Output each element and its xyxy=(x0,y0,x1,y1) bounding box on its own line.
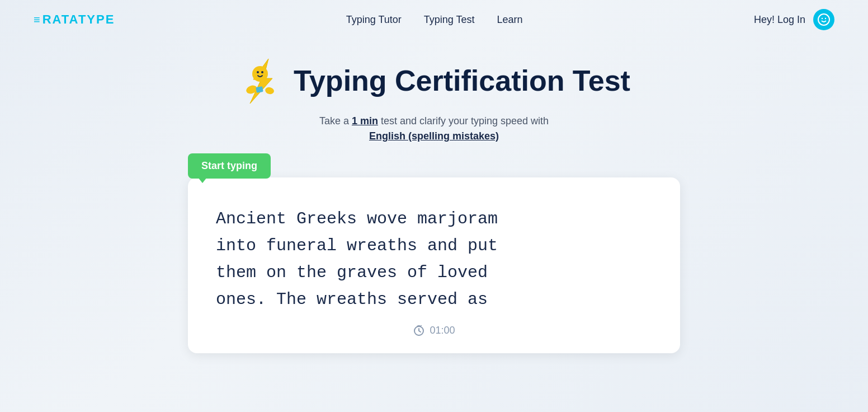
timer-icon xyxy=(413,324,425,336)
svg-rect-9 xyxy=(256,86,263,93)
nav-typing-tutor[interactable]: Typing Tutor xyxy=(346,14,402,26)
timer-area: 01:00 xyxy=(216,324,652,336)
svg-point-2 xyxy=(825,18,826,19)
page-title: Typing Certification Test xyxy=(294,65,630,97)
svg-point-7 xyxy=(257,71,259,73)
svg-point-1 xyxy=(822,18,823,19)
button-container: Start typing xyxy=(188,153,680,177)
main-content: Typing Certification Test Take a 1 min t… xyxy=(0,39,868,353)
nav-learn[interactable]: Learn xyxy=(497,14,523,26)
one-min-link[interactable]: 1 min xyxy=(352,115,378,127)
lightning-mascot xyxy=(238,56,282,106)
subtitle: Take a 1 min test and clarify your typin… xyxy=(319,115,549,127)
site-header: ≡ RATATYPE Typing Tutor Typing Test Lear… xyxy=(0,0,868,39)
typing-text-display: Ancient Greeks wove marjoram into funera… xyxy=(216,205,652,313)
logo-icon: ≡ xyxy=(34,13,39,26)
header-right: Hey! Log In xyxy=(754,9,834,30)
subtitle-suffix: test and clarify your typing speed with xyxy=(378,115,549,127)
login-button[interactable]: Hey! Log In xyxy=(754,14,805,26)
main-nav: Typing Tutor Typing Test Learn xyxy=(346,14,523,26)
timer-display: 01:00 xyxy=(430,325,455,336)
typing-area: Ancient Greeks wove marjoram into funera… xyxy=(188,177,680,353)
title-area: Typing Certification Test xyxy=(238,56,630,106)
svg-point-6 xyxy=(252,66,268,82)
svg-point-0 xyxy=(818,14,829,25)
subtitle-prefix: Take a xyxy=(319,115,352,127)
logo-text: RATATYPE xyxy=(43,12,115,27)
nav-typing-test[interactable]: Typing Test xyxy=(424,14,475,26)
start-typing-button[interactable]: Start typing xyxy=(188,153,271,179)
language-link[interactable]: English (spelling mistakes) xyxy=(369,130,499,142)
typing-section: Start typing Ancient Greeks wove marjora… xyxy=(188,153,680,353)
logo[interactable]: ≡ RATATYPE xyxy=(34,12,115,27)
smiley-icon xyxy=(817,13,831,26)
svg-point-5 xyxy=(265,86,275,95)
user-avatar[interactable] xyxy=(813,9,834,30)
svg-point-8 xyxy=(261,71,263,73)
